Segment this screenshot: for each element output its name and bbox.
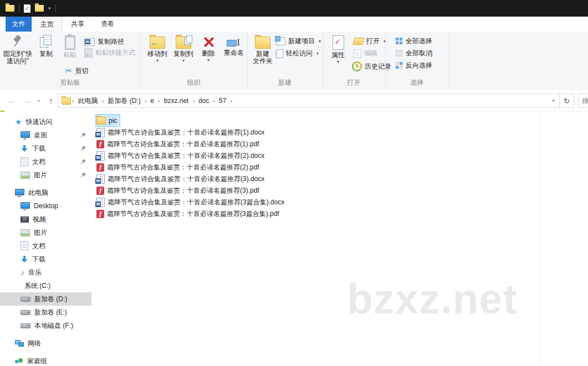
easy-access-icon: [276, 49, 283, 58]
file-row[interactable]: 霜降节气古诗合集及鉴赏：十首必读名篇推荐(3篇合集).pdf: [95, 208, 283, 220]
new-folder-button[interactable]: 新建 文件夹: [250, 34, 275, 65]
paste-button[interactable]: 粘贴: [59, 34, 81, 59]
paste-shortcut-button[interactable]: 粘贴快捷方式: [84, 48, 135, 58]
cut-button[interactable]: 剪切: [65, 66, 89, 76]
address-dropdown-chevron-icon[interactable]: ▾: [548, 98, 559, 104]
explorer-window: ▾ 文件 主页 共享 查看 固定到"快 速访问" 复制 粘贴 剪切 复制路径: [0, 0, 588, 366]
delete-button[interactable]: 删除: [197, 34, 219, 61]
sidebar-item[interactable]: 下载: [0, 142, 91, 155]
sidebar-item[interactable]: 视频: [0, 213, 91, 226]
sidebar-item-label: 本地磁盘 (F:): [34, 321, 73, 331]
rename-button[interactable]: 重命名: [221, 34, 247, 56]
breadcrumb-item[interactable]: doc: [196, 97, 212, 105]
download-icon: [21, 145, 28, 152]
sidebar-item[interactable]: 下载: [0, 252, 91, 266]
sidebar-item[interactable]: 音乐: [0, 266, 91, 279]
breadcrumb-separator-icon[interactable]: ›: [229, 97, 233, 104]
tab-view[interactable]: 查看: [93, 17, 122, 32]
new-item-button[interactable]: 新建项目: [276, 37, 321, 46]
sidebar-item[interactable]: 图片: [0, 168, 91, 182]
file-row[interactable]: 霜降节气古诗合集及鉴赏：十首必读名篇推荐(3).pdf: [95, 185, 263, 197]
properties-icon: [333, 35, 344, 50]
copy-path-button[interactable]: 复制路径: [84, 37, 124, 47]
folder-icon[interactable]: [6, 5, 14, 12]
breadcrumb-item[interactable]: 57: [216, 97, 229, 105]
search-placeholder-text: 搜: [582, 96, 588, 106]
sidebar-item[interactable]: 桌面: [0, 128, 91, 142]
file-row[interactable]: 霜降节气古诗合集及鉴赏：十首必读名篇推荐(3篇合集).docx: [95, 197, 288, 208]
folder-row[interactable]: pic: [95, 114, 120, 127]
breadcrumb-item[interactable]: e: [147, 97, 157, 105]
address-bar: ← → ▾ ↑ ›此电脑›新加卷 (D:)›e›bzxz.net›doc›57›…: [0, 90, 588, 111]
sidebar-item[interactable]: 系统 (C:): [0, 279, 91, 292]
back-button[interactable]: ←: [4, 90, 19, 111]
recent-locations-chevron-icon[interactable]: ▾: [34, 90, 43, 111]
breadcrumb-item[interactable]: 此电脑: [75, 96, 101, 106]
star-icon: [15, 118, 22, 126]
breadcrumb-separator-icon[interactable]: ›: [191, 97, 196, 104]
breadcrumb-separator-icon[interactable]: ›: [157, 97, 161, 104]
open-label: 打开: [366, 37, 380, 46]
copy-button[interactable]: 复制: [34, 34, 58, 58]
properties-button[interactable]: 属性: [328, 34, 348, 63]
tab-share[interactable]: 共享: [63, 17, 93, 32]
breadcrumb-separator-icon[interactable]: ›: [101, 97, 105, 104]
file-row[interactable]: 霜降节气古诗合集及鉴赏：十首必读名篇推荐(2).pdf: [95, 162, 263, 173]
sidebar-section-quick-access[interactable]: 快速访问: [0, 115, 91, 128]
sidebar-item[interactable]: 本地磁盘 (F:): [0, 319, 91, 332]
sidebar-item-label: 下载: [32, 255, 45, 264]
pin-to-quick-access-button[interactable]: 固定到"快 速访问": [2, 34, 33, 65]
invert-selection-button[interactable]: 反向选择: [396, 61, 432, 70]
breadcrumb-item[interactable]: 新加卷 (D:): [105, 96, 143, 106]
paste-shortcut-label: 粘贴快捷方式: [95, 48, 135, 58]
select-none-icon: [396, 50, 403, 57]
sidebar-item[interactable]: 新加卷 (E:): [0, 306, 91, 319]
edit-button[interactable]: 编辑: [354, 49, 377, 58]
history-clock-icon: [352, 61, 362, 71]
word-file-icon: [96, 174, 105, 184]
copy-path-label: 复制路径: [98, 37, 124, 47]
copy-to-button[interactable]: 复制到: [171, 34, 196, 62]
folder-icon[interactable]: [35, 5, 44, 12]
chevron-down-icon[interactable]: ▾: [48, 6, 51, 11]
address-breadcrumb-box[interactable]: ›此电脑›新加卷 (D:)›e›bzxz.net›doc›57› ▾ ↻: [58, 94, 574, 108]
breadcrumb-separator-icon[interactable]: ›: [71, 97, 75, 104]
select-none-button[interactable]: 全部取消: [396, 49, 432, 58]
breadcrumb-item[interactable]: bzxz.net: [161, 97, 192, 105]
breadcrumb-separator-icon[interactable]: ›: [212, 97, 216, 104]
file-row[interactable]: 霜降节气古诗合集及鉴赏：十首必读名篇推荐(3).docx: [95, 173, 268, 185]
sidebar-item[interactable]: 新加卷 (D:): [0, 292, 91, 306]
tab-home[interactable]: 主页: [32, 17, 63, 32]
word-file-icon: [96, 151, 105, 161]
monitor-icon: [21, 202, 30, 209]
sidebar-item[interactable]: 图片: [0, 226, 91, 239]
up-button[interactable]: ↑: [44, 90, 58, 111]
tab-file[interactable]: 文件: [6, 17, 32, 32]
toolbar-separator: [19, 4, 19, 12]
address-bar-controls: ▾ ↻: [548, 94, 574, 107]
sidebar-section-network[interactable]: 网络: [0, 337, 91, 350]
title-bar: ▾: [0, 0, 588, 17]
breadcrumb-separator-icon[interactable]: ›: [144, 97, 148, 104]
select-all-button[interactable]: 全部选择: [396, 37, 432, 46]
sidebar-section-homegroup[interactable]: 家庭组: [0, 354, 91, 366]
open-group-label: 打开: [323, 78, 385, 87]
open-button[interactable]: 打开: [354, 37, 386, 46]
file-row[interactable]: 霜降节气古诗合集及鉴赏：十首必读名篇推荐(1).pdf: [95, 138, 263, 150]
sidebar-item[interactable]: 文档: [0, 239, 91, 252]
file-row[interactable]: 霜降节气古诗合集及鉴赏：十首必读名篇推荐(1).docx: [95, 127, 268, 138]
sidebar-section-this-pc[interactable]: 此电脑: [0, 186, 91, 199]
sidebar-item[interactable]: 文档: [0, 155, 91, 168]
move-to-button[interactable]: ← 移动到: [144, 34, 171, 62]
new-item-icon: [276, 37, 285, 45]
search-input[interactable]: 搜: [578, 94, 588, 108]
invert-selection-icon: [396, 62, 403, 69]
sidebar-item[interactable]: Desktop: [0, 199, 91, 213]
toolbar-separator: [55, 4, 56, 12]
refresh-icon[interactable]: ↻: [559, 94, 574, 107]
file-row[interactable]: 霜降节气古诗合集及鉴赏：十首必读名篇推荐(2).docx: [95, 150, 268, 162]
easy-access-button[interactable]: 轻松访问: [276, 49, 319, 58]
properties-check-icon[interactable]: [24, 4, 30, 13]
folder-icon: [96, 117, 106, 125]
forward-button[interactable]: →: [20, 90, 34, 111]
